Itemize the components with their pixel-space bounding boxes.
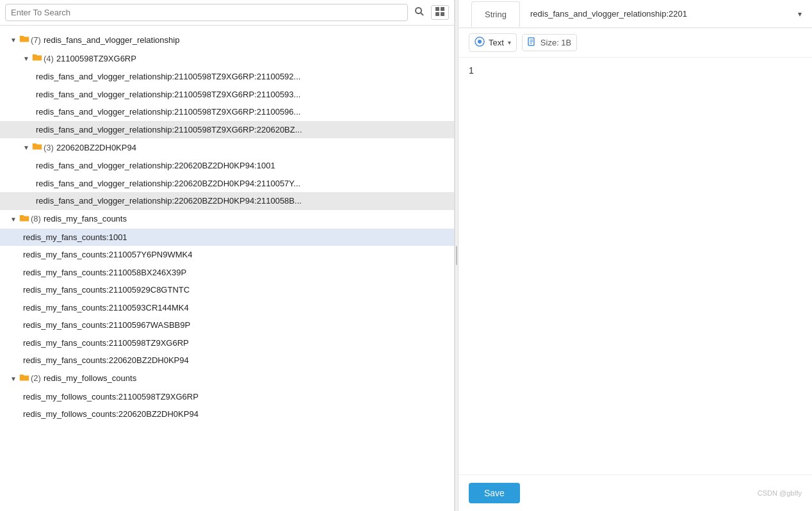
dropdown-arrow-icon: ▾ xyxy=(508,39,511,46)
collapse-arrow: ▼ xyxy=(10,215,19,224)
collapse-arrow: ▼ xyxy=(23,54,32,63)
group-count: (2) xyxy=(31,372,41,385)
list-item[interactable]: redis_my_fans_counts:2110057Y6PN9WMK4 xyxy=(0,246,454,264)
item-label: redis_my_fans_counts:211005967WASBB9P xyxy=(23,319,190,332)
svg-rect-5 xyxy=(441,12,444,16)
right-panel: String redis_fans_and_vlogger_relationsh… xyxy=(459,0,812,511)
type-selector[interactable]: Text ▾ xyxy=(469,33,517,52)
tab-string[interactable]: String xyxy=(471,1,520,27)
list-item[interactable]: redis_fans_and_vlogger_relationship:2110… xyxy=(0,103,454,121)
group-label: redis_my_fans_counts xyxy=(44,213,127,225)
key-label-bar: redis_fans_and_vlogger_relationship:2201… xyxy=(520,9,812,19)
item-label: redis_fans_and_vlogger_relationship:2110… xyxy=(36,70,300,83)
value-display: 1 xyxy=(469,65,802,321)
right-toolbar: Text ▾ Size: 1B xyxy=(459,28,812,58)
list-item[interactable]: redis_my_fans_counts:21100593CR144MK4 xyxy=(0,299,454,317)
svg-rect-2 xyxy=(435,7,439,11)
item-label: redis_fans_and_vlogger_relationship:2110… xyxy=(36,106,300,118)
type-label: Text xyxy=(489,38,504,47)
group-count: (8) xyxy=(31,213,41,225)
tree-subgroup-tz9xg6rp[interactable]: ▼ (4) 21100598TZ9XG6RP xyxy=(0,49,454,68)
list-item[interactable]: redis_my_fans_counts:21100598TZ9XG6RP xyxy=(0,334,454,352)
tree-group-rfvr[interactable]: ▼ (7) redis_fans_and_vlogger_relationshi… xyxy=(0,31,454,49)
folder-icon xyxy=(32,52,44,65)
item-label: redis_my_follows_counts:21100598TZ9XG6RP xyxy=(23,391,199,403)
tree-group-rmfollows[interactable]: ▼ (2) redis_my_follows_counts xyxy=(0,369,454,388)
grid-view-button[interactable] xyxy=(431,5,449,20)
list-item[interactable]: redis_my_fans_counts:2110058BX246X39P xyxy=(0,264,454,282)
list-item[interactable]: redis_my_follows_counts:21100598TZ9XG6RP xyxy=(0,388,454,406)
folder-icon xyxy=(19,372,31,385)
svg-rect-4 xyxy=(435,12,439,16)
item-label: redis_fans_and_vlogger_relationship:2206… xyxy=(36,177,300,190)
subgroup-count: (4) xyxy=(44,53,54,65)
file-icon xyxy=(528,37,537,48)
svg-point-7 xyxy=(478,40,482,44)
item-label: redis_fans_and_vlogger_relationship:2110… xyxy=(36,88,300,101)
tree-group-rmfc[interactable]: ▼ (8) redis_my_fans_counts xyxy=(0,210,454,229)
key-name-text: redis_fans_and_vlogger_relationship:2201 xyxy=(530,9,687,19)
folder-icon xyxy=(19,213,31,226)
list-item[interactable]: redis_my_fans_counts:220620BZ2DH0KP94 xyxy=(0,352,454,369)
subgroup-label: 21100598TZ9XG6RP xyxy=(56,53,136,65)
size-info: Size: 1B xyxy=(522,34,577,51)
right-content: 1 xyxy=(459,58,812,474)
item-label: redis_my_fans_counts:2110058BX246X39P xyxy=(23,266,186,279)
grid-icon xyxy=(435,7,444,16)
size-label: Size: 1B xyxy=(540,38,571,47)
item-label: redis_fans_and_vlogger_relationship:2110… xyxy=(36,124,302,136)
chevron-down-icon: ▾ xyxy=(798,10,802,19)
item-label: redis_fans_and_vlogger_relationship:2206… xyxy=(36,195,302,207)
right-header: String redis_fans_and_vlogger_relationsh… xyxy=(459,0,812,28)
svg-point-0 xyxy=(416,8,421,13)
item-label: redis_my_fans_counts:21100593CR144MK4 xyxy=(23,302,189,314)
item-label: redis_my_fans_counts:21100598TZ9XG6RP xyxy=(23,337,189,350)
save-button[interactable]: Save xyxy=(469,483,520,503)
svg-line-1 xyxy=(421,13,423,15)
subgroup-label: 220620BZ2DH0KP94 xyxy=(56,142,136,154)
svg-rect-3 xyxy=(441,7,444,11)
search-input[interactable] xyxy=(5,4,408,21)
item-label: redis_my_fans_counts:2110057Y6PN9WMK4 xyxy=(23,248,192,261)
right-footer: Save CSDN @gbIfy xyxy=(459,474,812,511)
tree-subgroup-220620bz[interactable]: ▼ (3) 220620BZ2DH0KP94 xyxy=(0,138,454,157)
list-item[interactable]: redis_fans_and_vlogger_relationship:2206… xyxy=(0,175,454,193)
list-item[interactable]: redis_my_fans_counts:211005929C8GTNTC xyxy=(0,281,454,299)
list-item[interactable]: redis_my_fans_counts:211005967WASBB9P xyxy=(0,316,454,334)
divider-handle xyxy=(456,246,457,265)
subgroup-count: (3) xyxy=(44,142,54,154)
folder-icon xyxy=(32,141,44,154)
tree-container: ▼ (7) redis_fans_and_vlogger_relationshi… xyxy=(0,26,454,511)
list-item[interactable]: redis_fans_and_vlogger_relationship:2110… xyxy=(0,86,454,104)
search-icon xyxy=(414,6,425,17)
collapse-arrow: ▼ xyxy=(10,374,19,384)
type-icon xyxy=(475,36,485,49)
list-item[interactable]: redis_fans_and_vlogger_relationship:2206… xyxy=(0,192,454,210)
search-button[interactable] xyxy=(412,5,427,20)
item-label: redis_fans_and_vlogger_relationship:2206… xyxy=(36,159,275,172)
list-item[interactable]: redis_fans_and_vlogger_relationship:2110… xyxy=(0,68,454,86)
watermark-text: CSDN @gbIfy xyxy=(758,489,802,497)
item-label: redis_my_fans_counts:1001 xyxy=(23,231,127,244)
item-label: redis_my_follows_counts:220620BZ2DH0KP94 xyxy=(23,408,199,421)
item-label: redis_my_fans_counts:211005929C8GTNTC xyxy=(23,284,190,296)
list-item[interactable]: redis_fans_and_vlogger_relationship:2110… xyxy=(0,121,454,139)
collapse-arrow: ▼ xyxy=(23,143,32,152)
search-bar xyxy=(0,0,454,26)
group-count: (7) xyxy=(31,34,41,47)
list-item[interactable]: redis_fans_and_vlogger_relationship:2206… xyxy=(0,157,454,175)
item-label: redis_my_fans_counts:220620BZ2DH0KP94 xyxy=(23,354,189,367)
list-item[interactable]: redis_my_follows_counts:220620BZ2DH0KP94 xyxy=(0,405,454,423)
list-item[interactable]: redis_my_fans_counts:1001 xyxy=(0,229,454,247)
group-label: redis_my_follows_counts xyxy=(44,372,136,385)
group-label: redis_fans_and_vlogger_relationship xyxy=(44,34,179,47)
left-panel: ▼ (7) redis_fans_and_vlogger_relationshi… xyxy=(0,0,455,511)
folder-icon xyxy=(19,33,31,47)
collapse-arrow: ▼ xyxy=(10,35,19,45)
